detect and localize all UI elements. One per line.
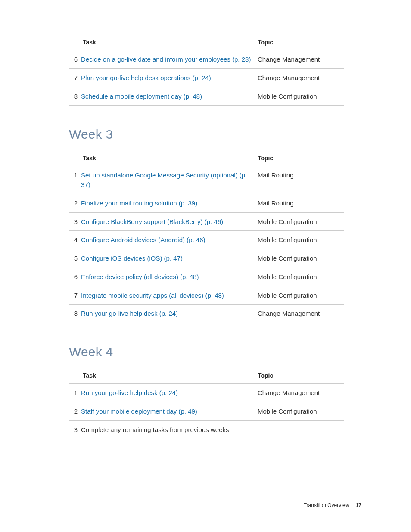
row-task: Run your go-live help desk (p. 24) bbox=[81, 384, 258, 402]
row-topic: Mobile Configuration bbox=[258, 249, 344, 268]
task-link[interactable]: Configure Android devices (Android) (p. … bbox=[81, 236, 206, 243]
task-link[interactable]: Finalize your mail routing solution (p. … bbox=[81, 199, 197, 207]
row-number: 3 bbox=[69, 420, 81, 439]
row-topic: Change Management bbox=[258, 384, 344, 402]
table-row: 7Plan your go-live help desk operations … bbox=[69, 68, 344, 87]
col-header-topic: Topic bbox=[258, 150, 344, 166]
col-spacer bbox=[69, 368, 81, 384]
row-task: Decide on a go-live date and inform your… bbox=[81, 50, 258, 69]
task-link[interactable]: Integrate mobile security apps (all devi… bbox=[81, 292, 224, 299]
row-task: Enforce device policy (all devices) (p. … bbox=[81, 268, 258, 286]
table-row: 6Enforce device policy (all devices) (p.… bbox=[69, 268, 344, 286]
row-task: Configure iOS devices (iOS) (p. 47) bbox=[81, 249, 258, 268]
table-row: 5Configure iOS devices (iOS) (p. 47)Mobi… bbox=[69, 249, 344, 268]
row-topic: Change Management bbox=[258, 305, 344, 323]
row-number: 3 bbox=[69, 212, 81, 231]
row-number: 6 bbox=[69, 268, 81, 286]
row-task: Schedule a mobile deployment day (p. 48) bbox=[81, 87, 258, 106]
task-table-week3: Task Topic 1Set up standalone Google Mes… bbox=[69, 150, 344, 323]
row-topic: Change Management bbox=[258, 50, 344, 69]
row-topic: Mail Routing bbox=[258, 194, 344, 212]
row-task: Plan your go-live help desk operations (… bbox=[81, 68, 258, 87]
row-topic: Mobile Configuration bbox=[258, 268, 344, 286]
table-row: 7Integrate mobile security apps (all dev… bbox=[69, 286, 344, 305]
heading-week3: Week 3 bbox=[69, 127, 344, 142]
task-link[interactable]: Staff your mobile deployment day (p. 49) bbox=[81, 408, 197, 415]
row-number: 2 bbox=[69, 402, 81, 420]
row-number: 8 bbox=[69, 87, 81, 106]
table-row: 8Schedule a mobile deployment day (p. 48… bbox=[69, 87, 344, 106]
row-number: 1 bbox=[69, 384, 81, 402]
col-spacer bbox=[69, 150, 81, 166]
heading-week4: Week 4 bbox=[69, 345, 344, 359]
col-spacer bbox=[69, 34, 81, 50]
row-number: 7 bbox=[69, 286, 81, 305]
row-topic: Mobile Configuration bbox=[258, 231, 344, 249]
col-header-topic: Topic bbox=[258, 368, 344, 384]
task-table-week4: Task Topic 1Run your go-live help desk (… bbox=[69, 368, 344, 439]
task-text: Complete any remaining tasks from previo… bbox=[81, 426, 229, 433]
row-topic: Mobile Configuration bbox=[258, 402, 344, 420]
row-number: 6 bbox=[69, 50, 81, 69]
task-link[interactable]: Plan your go-live help desk operations (… bbox=[81, 74, 211, 81]
row-topic: Change Management bbox=[258, 68, 344, 87]
row-task: Set up standalone Google Message Securit… bbox=[81, 166, 258, 194]
row-number: 7 bbox=[69, 68, 81, 87]
footer-section: Transition Overview bbox=[304, 502, 349, 508]
footer-page-number: 17 bbox=[356, 502, 361, 508]
table-row: 2Finalize your mail routing solution (p.… bbox=[69, 194, 344, 212]
task-link[interactable]: Configure BlackBerry support (BlackBerry… bbox=[81, 218, 223, 225]
col-header-topic: Topic bbox=[258, 34, 344, 50]
row-number: 5 bbox=[69, 249, 81, 268]
col-header-task: Task bbox=[81, 150, 258, 166]
task-link[interactable]: Enforce device policy (all devices) (p. … bbox=[81, 273, 199, 280]
task-link[interactable]: Run your go-live help desk (p. 24) bbox=[81, 389, 178, 396]
task-table-top: Task Topic 6Decide on a go-live date and… bbox=[69, 34, 344, 106]
table-row: 1Set up standalone Google Message Securi… bbox=[69, 166, 344, 194]
task-link[interactable]: Configure iOS devices (iOS) (p. 47) bbox=[81, 255, 183, 262]
table-row: 4Configure Android devices (Android) (p.… bbox=[69, 231, 344, 249]
row-number: 4 bbox=[69, 231, 81, 249]
row-topic bbox=[258, 420, 344, 439]
row-task: Staff your mobile deployment day (p. 49) bbox=[81, 402, 258, 420]
table-row: 3Configure BlackBerry support (BlackBerr… bbox=[69, 212, 344, 231]
table-row: 2Staff your mobile deployment day (p. 49… bbox=[69, 402, 344, 420]
table-row: 6Decide on a go-live date and inform you… bbox=[69, 50, 344, 69]
row-topic: Mobile Configuration bbox=[258, 87, 344, 106]
row-number: 2 bbox=[69, 194, 81, 212]
col-header-task: Task bbox=[81, 34, 258, 50]
page-footer: Transition Overview 17 bbox=[304, 502, 361, 508]
task-link[interactable]: Run your go-live help desk (p. 24) bbox=[81, 310, 178, 317]
table-row: 3Complete any remaining tasks from previ… bbox=[69, 420, 344, 439]
row-task: Run your go-live help desk (p. 24) bbox=[81, 305, 258, 323]
row-topic: Mobile Configuration bbox=[258, 286, 344, 305]
row-task: Configure BlackBerry support (BlackBerry… bbox=[81, 212, 258, 231]
row-number: 8 bbox=[69, 305, 81, 323]
col-header-task: Task bbox=[81, 368, 258, 384]
task-link[interactable]: Decide on a go-live date and inform your… bbox=[81, 56, 251, 63]
row-topic: Mail Routing bbox=[258, 166, 344, 194]
row-task: Configure Android devices (Android) (p. … bbox=[81, 231, 258, 249]
row-task: Finalize your mail routing solution (p. … bbox=[81, 194, 258, 212]
row-topic: Mobile Configuration bbox=[258, 212, 344, 231]
row-task: Complete any remaining tasks from previo… bbox=[81, 420, 258, 439]
task-link[interactable]: Schedule a mobile deployment day (p. 48) bbox=[81, 93, 202, 100]
row-number: 1 bbox=[69, 166, 81, 194]
table-row: 8Run your go-live help desk (p. 24)Chang… bbox=[69, 305, 344, 323]
table-row: 1Run your go-live help desk (p. 24)Chang… bbox=[69, 384, 344, 402]
task-link[interactable]: Set up standalone Google Message Securit… bbox=[81, 171, 247, 188]
row-task: Integrate mobile security apps (all devi… bbox=[81, 286, 258, 305]
